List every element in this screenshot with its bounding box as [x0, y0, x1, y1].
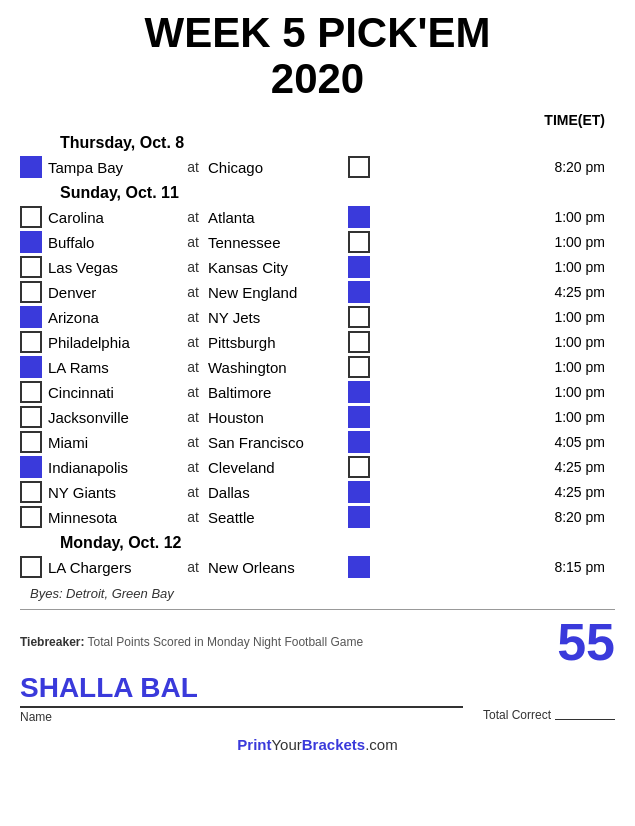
game-row: Tampa BayatChicago8:20 pm — [20, 156, 615, 178]
at-label: at — [178, 334, 208, 350]
time-header-label: TIME(ET) — [544, 112, 605, 128]
footer-dotcom: .com — [365, 736, 398, 753]
home-checkbox[interactable] — [348, 356, 370, 378]
home-checkbox[interactable] — [348, 456, 370, 478]
away-team: Philadelphia — [48, 334, 178, 351]
at-label: at — [178, 284, 208, 300]
game-row: LA ChargersatNew Orleans8:15 pm — [20, 556, 615, 578]
section-header-0: Thursday, Oct. 8 — [60, 134, 615, 152]
game-time: 1:00 pm — [545, 209, 615, 225]
home-checkbox[interactable] — [348, 281, 370, 303]
game-time: 4:25 pm — [545, 459, 615, 475]
away-checkbox[interactable] — [20, 381, 42, 403]
home-checkbox[interactable] — [348, 506, 370, 528]
byes-text: Byes: Detroit, Green Bay — [30, 586, 615, 601]
game-row: Las VegasatKansas City1:00 pm — [20, 256, 615, 278]
at-label: at — [178, 484, 208, 500]
away-checkbox[interactable] — [20, 406, 42, 428]
game-row: JacksonvilleatHouston1:00 pm — [20, 406, 615, 428]
footer-brackets: Brackets — [302, 736, 365, 753]
away-checkbox[interactable] — [20, 281, 42, 303]
game-row: CincinnatiatBaltimore1:00 pm — [20, 381, 615, 403]
home-checkbox[interactable] — [348, 381, 370, 403]
away-checkbox[interactable] — [20, 481, 42, 503]
name-label: Name — [20, 710, 463, 724]
home-checkbox[interactable] — [348, 556, 370, 578]
home-checkbox[interactable] — [348, 156, 370, 178]
away-team: Cincinnati — [48, 384, 178, 401]
away-team: Las Vegas — [48, 259, 178, 276]
home-team: New Orleans — [208, 559, 348, 576]
away-checkbox[interactable] — [20, 231, 42, 253]
at-label: at — [178, 234, 208, 250]
total-correct-label: Total Correct — [483, 708, 551, 722]
game-time: 8:15 pm — [545, 559, 615, 575]
home-team: Dallas — [208, 484, 348, 501]
game-time: 1:00 pm — [545, 384, 615, 400]
game-time: 8:20 pm — [545, 159, 615, 175]
away-checkbox[interactable] — [20, 306, 42, 328]
away-checkbox[interactable] — [20, 256, 42, 278]
game-time: 1:00 pm — [545, 309, 615, 325]
away-team: LA Rams — [48, 359, 178, 376]
game-time: 4:25 pm — [545, 484, 615, 500]
away-team: Tampa Bay — [48, 159, 178, 176]
home-checkbox[interactable] — [348, 231, 370, 253]
away-checkbox[interactable] — [20, 206, 42, 228]
section-header-1: Sunday, Oct. 11 — [60, 184, 615, 202]
at-label: at — [178, 209, 208, 225]
at-label: at — [178, 384, 208, 400]
at-label: at — [178, 509, 208, 525]
away-team: Denver — [48, 284, 178, 301]
home-checkbox[interactable] — [348, 406, 370, 428]
away-team: Indianapolis — [48, 459, 178, 476]
away-checkbox[interactable] — [20, 456, 42, 478]
home-checkbox[interactable] — [348, 256, 370, 278]
home-team: New England — [208, 284, 348, 301]
at-label: at — [178, 559, 208, 575]
away-checkbox[interactable] — [20, 356, 42, 378]
game-row: PhiladelphiaatPittsburgh1:00 pm — [20, 331, 615, 353]
page-title: WEEK 5 PICK'EM 2020 — [20, 10, 615, 102]
game-row: LA RamsatWashington1:00 pm — [20, 356, 615, 378]
away-team: Carolina — [48, 209, 178, 226]
home-team: Chicago — [208, 159, 348, 176]
away-checkbox[interactable] — [20, 156, 42, 178]
at-label: at — [178, 434, 208, 450]
home-team: Washington — [208, 359, 348, 376]
tiebreaker-description: Total Points Scored in Monday Night Foot… — [88, 635, 363, 649]
name-value: SHALLA BAL — [20, 672, 463, 708]
home-checkbox[interactable] — [348, 431, 370, 453]
away-checkbox[interactable] — [20, 431, 42, 453]
at-label: at — [178, 309, 208, 325]
game-time: 1:00 pm — [545, 234, 615, 250]
game-time: 1:00 pm — [545, 359, 615, 375]
footer-print: Print — [237, 736, 271, 753]
home-checkbox[interactable] — [348, 481, 370, 503]
tiebreaker-score: 55 — [557, 616, 615, 668]
tiebreaker-label: Tiebreaker: — [20, 635, 84, 649]
home-team: NY Jets — [208, 309, 348, 326]
at-label: at — [178, 459, 208, 475]
home-team: San Francisco — [208, 434, 348, 451]
home-checkbox[interactable] — [348, 331, 370, 353]
game-time: 1:00 pm — [545, 259, 615, 275]
home-checkbox[interactable] — [348, 306, 370, 328]
at-label: at — [178, 409, 208, 425]
home-team: Kansas City — [208, 259, 348, 276]
home-team: Cleveland — [208, 459, 348, 476]
away-checkbox[interactable] — [20, 556, 42, 578]
home-team: Tennessee — [208, 234, 348, 251]
game-time: 1:00 pm — [545, 334, 615, 350]
away-team: LA Chargers — [48, 559, 178, 576]
home-team: Houston — [208, 409, 348, 426]
home-checkbox[interactable] — [348, 206, 370, 228]
game-row: MiamiatSan Francisco4:05 pm — [20, 431, 615, 453]
game-time: 4:25 pm — [545, 284, 615, 300]
game-row: CarolinaatAtlanta1:00 pm — [20, 206, 615, 228]
away-checkbox[interactable] — [20, 331, 42, 353]
at-label: at — [178, 159, 208, 175]
game-row: IndianapolisatCleveland4:25 pm — [20, 456, 615, 478]
away-checkbox[interactable] — [20, 506, 42, 528]
home-team: Baltimore — [208, 384, 348, 401]
